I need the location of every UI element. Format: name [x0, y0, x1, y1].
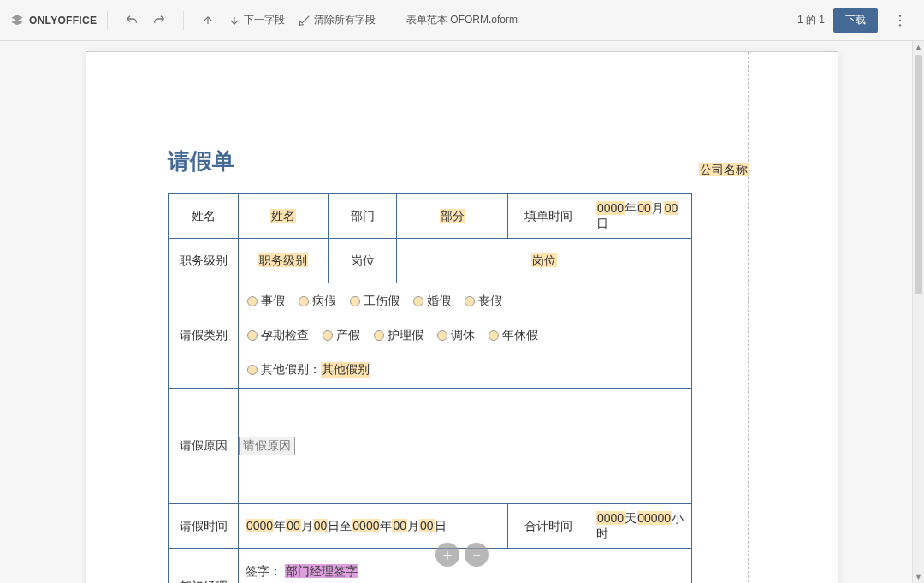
- table-row: 职务级别 职务级别 岗位 岗位: [169, 239, 692, 283]
- table-row: 姓名 姓名 部门 部分 填单时间 0000年00月00日: [169, 194, 692, 239]
- leave-type-radio[interactable]: 产假: [323, 328, 360, 343]
- reason-field[interactable]: 请假原因: [239, 437, 295, 455]
- leave-type-radio-label: 事假: [261, 294, 285, 309]
- leave-type-radio[interactable]: 事假: [247, 294, 285, 309]
- filltime-label: 填单时间: [508, 194, 589, 239]
- position-label: 岗位: [329, 239, 397, 283]
- manager-sign-field[interactable]: 部门经理签字: [285, 564, 358, 578]
- clear-fields-button[interactable]: 清除所有字段: [292, 8, 382, 33]
- svg-point-1: [899, 19, 901, 21]
- leave-type-options: 事假病假工伤假婚假丧假 孕期检查产假护理假调休年休假 其他假别： 其他假别: [239, 283, 692, 389]
- radio-icon: [350, 296, 360, 306]
- leave-type-radio[interactable]: 调休: [437, 328, 475, 343]
- page-counter: 1 的 1: [797, 13, 825, 27]
- leave-type-radio[interactable]: 丧假: [465, 294, 502, 309]
- brand: ONLYOFFICE: [10, 14, 97, 27]
- toolbar: ONLYOFFICE 下一字段 清除所有字段 表单范本 OFORM.oform …: [0, 0, 924, 41]
- period-field[interactable]: 0000年00月00日至0000年00月00日: [239, 504, 508, 549]
- leave-type-label: 请假类别: [169, 283, 239, 389]
- total-field[interactable]: 0000天00000小时: [589, 504, 692, 549]
- table-row: 部门经理 签字： 部门经理签字: [169, 549, 692, 584]
- leave-type-radio[interactable]: 年休假: [489, 328, 538, 343]
- leave-type-radio[interactable]: 工伤假: [350, 294, 400, 309]
- leave-type-radio-label: 调休: [451, 328, 475, 343]
- leave-type-radio-label: 工伤假: [364, 294, 400, 309]
- table-row: 请假类别 事假病假工伤假婚假丧假 孕期检查产假护理假调休年休假 其他假别： 其他…: [169, 283, 692, 389]
- onlyoffice-logo-icon: [10, 14, 24, 27]
- radio-icon: [323, 330, 333, 341]
- leave-type-radio[interactable]: 婚假: [413, 294, 451, 309]
- radio-icon: [465, 296, 475, 306]
- dept-field[interactable]: 部分: [397, 194, 508, 239]
- redo-button[interactable]: [145, 7, 173, 34]
- next-field-label: 下一字段: [244, 13, 285, 27]
- joblevel-label: 职务级别: [169, 239, 239, 283]
- table-row: 请假原因 请假原因: [169, 389, 692, 504]
- canvas-area: 请假单 公司名称 姓名 姓名 部门 部分 填单时间 0000年00月00日 职务…: [0, 41, 924, 583]
- leave-type-radio-label: 产假: [336, 328, 360, 343]
- scroll-down-button[interactable]: ▼: [913, 571, 924, 583]
- page-margin-guide: [748, 52, 749, 583]
- scroll-thumb[interactable]: [915, 55, 922, 294]
- form-title: 请假单: [168, 146, 234, 176]
- prev-field-button[interactable]: [194, 7, 222, 34]
- more-menu-button[interactable]: [886, 7, 914, 34]
- radio-icon: [437, 330, 447, 341]
- leave-type-radio-label: 护理假: [388, 328, 424, 343]
- leave-type-radio[interactable]: 护理假: [374, 328, 424, 343]
- document-title: 表单范本 OFORM.oform: [406, 13, 518, 27]
- radio-icon: [299, 296, 309, 306]
- leave-type-radio-label: 年休假: [502, 328, 538, 343]
- radio-icon: [374, 330, 384, 341]
- clear-fields-label: 清除所有字段: [314, 13, 376, 27]
- zoom-in-button[interactable]: ＋: [435, 543, 459, 567]
- document-page[interactable]: 请假单 公司名称 姓名 姓名 部门 部分 填单时间 0000年00月00日 职务…: [86, 51, 838, 583]
- leave-type-radio-label: 病假: [312, 294, 336, 309]
- table-row: 请假时间 0000年00月00日至0000年00月00日 合计时间 0000天0…: [169, 504, 692, 549]
- radio-icon: [247, 365, 258, 375]
- leave-type-radio[interactable]: 孕期检查: [247, 328, 309, 343]
- radio-icon: [247, 330, 258, 341]
- svg-point-2: [899, 24, 901, 26]
- reason-field-cell: 请假原因: [239, 389, 692, 504]
- period-label: 请假时间: [169, 504, 239, 549]
- total-label: 合计时间: [508, 504, 589, 549]
- name-label: 姓名: [169, 194, 239, 239]
- joblevel-field[interactable]: 职务级别: [239, 239, 329, 283]
- svg-point-0: [899, 15, 901, 16]
- manager-label: 部门经理: [169, 549, 239, 584]
- vertical-scrollbar[interactable]: ▲ ▼: [912, 41, 924, 583]
- leave-form-table: 姓名 姓名 部门 部分 填单时间 0000年00月00日 职务级别 职务级别 岗…: [168, 193, 692, 583]
- other-leave-field[interactable]: 其他假别: [321, 362, 370, 378]
- next-field-button[interactable]: 下一字段: [222, 8, 292, 33]
- radio-icon: [413, 296, 424, 306]
- dept-label: 部门: [329, 194, 397, 239]
- page-fab-group: ＋ －: [435, 543, 489, 567]
- filltime-field[interactable]: 0000年00月00日: [589, 194, 692, 239]
- position-field[interactable]: 岗位: [397, 239, 692, 283]
- scroll-up-button[interactable]: ▲: [913, 41, 924, 53]
- leave-type-radio-label: 丧假: [478, 294, 502, 309]
- company-name-field[interactable]: 公司名称: [699, 163, 749, 178]
- reason-label: 请假原因: [169, 389, 239, 504]
- radio-icon: [247, 296, 258, 306]
- leave-type-radio[interactable]: 病假: [299, 294, 336, 309]
- brand-text: ONLYOFFICE: [29, 15, 97, 27]
- leave-type-radio-label: 婚假: [427, 294, 451, 309]
- download-button[interactable]: 下载: [833, 8, 878, 33]
- zoom-out-button[interactable]: －: [465, 543, 489, 567]
- name-field[interactable]: 姓名: [239, 194, 329, 239]
- leave-type-radio-other[interactable]: 其他假别： 其他假别: [247, 362, 370, 378]
- leave-type-radio-label: 孕期检查: [261, 328, 309, 343]
- undo-button[interactable]: [118, 7, 145, 34]
- radio-icon: [489, 330, 499, 341]
